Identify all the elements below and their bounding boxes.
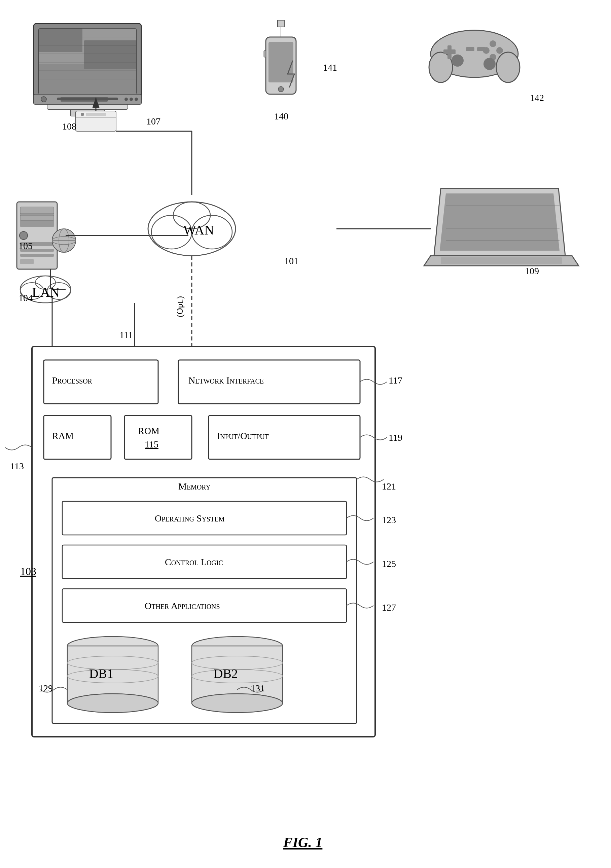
svg-point-71	[490, 40, 496, 47]
svg-rect-35	[20, 215, 54, 220]
db2-label: DB2	[214, 666, 238, 681]
svg-rect-33	[20, 259, 34, 264]
svg-point-72	[496, 47, 503, 54]
ref-131: 131	[251, 683, 265, 694]
ref-141: 141	[323, 62, 337, 73]
main-diagram	[0, 0, 611, 868]
memory-label: Memory	[178, 481, 211, 492]
figure-caption: FIG. 1	[236, 834, 370, 851]
ram-label: RAM	[52, 431, 74, 442]
svg-rect-75	[466, 47, 475, 51]
ref-140: 140	[274, 111, 288, 122]
svg-rect-34	[20, 207, 54, 214]
svg-point-24	[81, 113, 84, 116]
control-logic-label: Control Logic	[165, 557, 223, 567]
svg-rect-17	[57, 98, 118, 100]
svg-rect-70	[444, 50, 456, 54]
svg-point-68	[496, 52, 520, 82]
db1-label: DB1	[89, 666, 113, 681]
ref-109: 109	[525, 266, 539, 277]
rom-number: 115	[145, 439, 158, 450]
svg-point-99	[192, 694, 282, 713]
ref-125: 125	[382, 558, 396, 569]
ref-107: 107	[146, 116, 160, 127]
ref-142: 142	[530, 93, 544, 103]
processor-label: Processor	[52, 375, 92, 386]
ref-108: 108	[62, 121, 76, 132]
svg-rect-65	[264, 50, 266, 57]
svg-rect-14	[39, 64, 136, 94]
wan-label: WAN	[183, 222, 214, 238]
network-interface-label: Network Interface	[188, 375, 264, 386]
diagram-container: WAN LAN 101 104 105 107 108 109 111 113 …	[0, 0, 611, 868]
ref-104: 104	[19, 293, 33, 304]
svg-rect-76	[477, 47, 485, 51]
ref-103: 103	[20, 565, 36, 578]
ref-123: 123	[382, 515, 396, 525]
ref-117: 117	[389, 375, 402, 386]
other-apps-label: Other Applications	[145, 601, 220, 611]
svg-rect-58	[441, 257, 562, 264]
svg-marker-52	[440, 194, 560, 251]
ref-119: 119	[389, 432, 402, 443]
ref-111: 111	[119, 330, 133, 341]
svg-point-78	[484, 58, 496, 70]
ref-129: 129	[39, 683, 53, 694]
svg-point-94	[67, 694, 158, 713]
svg-point-18	[41, 96, 47, 102]
ref-101: 101	[284, 256, 298, 267]
svg-rect-12	[39, 29, 82, 52]
svg-rect-61	[268, 42, 293, 82]
svg-rect-32	[20, 254, 54, 257]
input-output-label: Input/Output	[217, 431, 269, 442]
rom-label: ROM	[138, 426, 160, 436]
ref-121: 121	[382, 481, 396, 492]
ref-127: 127	[382, 602, 396, 613]
ref-105: 105	[19, 240, 33, 251]
svg-rect-64	[278, 20, 284, 27]
svg-point-29	[20, 231, 28, 240]
svg-rect-25	[86, 113, 106, 116]
svg-point-20	[130, 98, 133, 101]
svg-point-19	[124, 98, 128, 101]
svg-point-62	[278, 87, 284, 92]
svg-point-77	[451, 54, 464, 67]
lan-label: LAN	[32, 284, 60, 300]
ref-113: 113	[10, 461, 24, 472]
svg-point-21	[135, 98, 138, 101]
opt-label: (Opt.)	[175, 296, 185, 317]
os-label: Operating System	[155, 513, 225, 524]
